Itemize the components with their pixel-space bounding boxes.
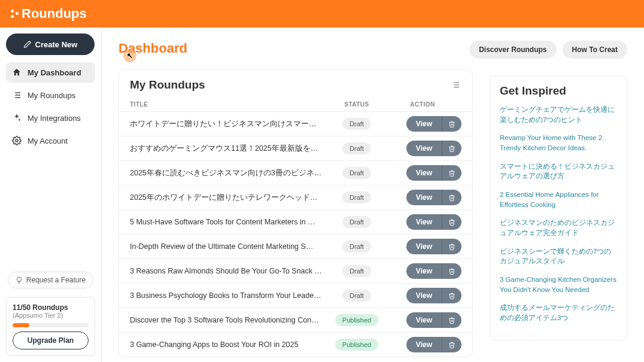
- trash-icon: [448, 169, 455, 177]
- status-badge: Draft: [342, 191, 371, 203]
- trash-icon: [448, 145, 455, 153]
- delete-button[interactable]: [442, 214, 461, 230]
- status-badge: Draft: [342, 118, 371, 130]
- row-title: おすすめのゲーミングマウス11選！2025年最新版を紹介: [130, 144, 330, 154]
- sidebar-item-label: My Roundups: [28, 91, 75, 100]
- delete-button[interactable]: [442, 312, 461, 328]
- view-button[interactable]: View: [406, 214, 442, 230]
- table-row: 5 Must-Have Software Tools for Content M…: [119, 209, 472, 234]
- row-title: Discover the Top 3 Software Tools Revolu…: [130, 316, 330, 324]
- col-title: TITLE: [130, 101, 330, 108]
- trash-icon: [448, 267, 455, 275]
- trash-icon: [448, 317, 455, 324]
- row-status: Published: [330, 314, 384, 326]
- row-title: 3 Game-Changing Apps to Boost Your ROI i…: [130, 340, 330, 349]
- row-title: 2025年のホワイトデーに贈りたいテレワークヘッドホン: [130, 193, 330, 203]
- view-button[interactable]: View: [406, 141, 442, 156]
- app-logo[interactable]: Roundups: [11, 6, 87, 22]
- header-buttons: Discover Roundups How To Creat: [490, 41, 627, 59]
- row-status: Draft: [330, 216, 384, 228]
- inspired-link[interactable]: スマートに決める！ビジネスカジュアルウェアの選び方: [500, 162, 617, 181]
- logo-dots-icon: [11, 8, 19, 19]
- row-status: Draft: [330, 290, 384, 302]
- list-icon: [12, 90, 22, 100]
- delete-button[interactable]: [442, 337, 461, 352]
- view-button[interactable]: View: [406, 263, 442, 279]
- gear-icon: [12, 136, 22, 145]
- request-feature-button[interactable]: Request a Feature: [8, 272, 93, 288]
- sidebar-item-my-account[interactable]: My Account: [6, 130, 95, 151]
- inspired-link[interactable]: ビジネスシーンで輝くための7つのカジュアルスタイル: [500, 247, 617, 266]
- status-badge: Draft: [342, 241, 371, 253]
- view-button[interactable]: View: [406, 312, 442, 328]
- pencil-icon: [23, 40, 32, 48]
- status-badge: Draft: [342, 265, 371, 277]
- plan-box: 11/50 Roundups (Appsumo Tier 2) Upgrade …: [6, 297, 95, 356]
- row-status: Published: [330, 339, 384, 351]
- trash-icon: [448, 218, 455, 226]
- row-status: Draft: [330, 118, 384, 130]
- home-icon: [12, 68, 22, 77]
- delete-button[interactable]: [442, 116, 461, 132]
- table-row: 2025年のホワイトデーに贈りたいテレワークヘッドホンDraftView: [119, 185, 472, 209]
- delete-button[interactable]: [442, 141, 461, 156]
- trash-icon: [448, 194, 455, 202]
- view-button[interactable]: View: [406, 288, 442, 303]
- table-header: TITLE STATUS ACTION: [119, 98, 472, 111]
- delete-button[interactable]: [442, 190, 461, 205]
- get-inspired-title: Get Inspired: [500, 84, 617, 98]
- trash-icon: [448, 292, 455, 300]
- row-title: 3 Reasons Raw Almonds Should Be Your Go-…: [130, 267, 330, 275]
- table-row: ホワイトデーに贈りたい！ビジネスマン向けスマートウォッチ3選DraftView: [119, 111, 472, 136]
- delete-button[interactable]: [442, 288, 461, 303]
- row-title: 5 Must-Have Software Tools for Content M…: [130, 218, 330, 226]
- inspired-link[interactable]: Revamp Your Home with These 2 Trendy Kit…: [500, 133, 617, 153]
- inspired-link[interactable]: 3 Game-Changing Kitchen Organizers You D…: [500, 275, 617, 294]
- request-feature-label: Request a Feature: [26, 276, 86, 284]
- trash-icon: [448, 120, 455, 128]
- main-content: Dashboard ↖ My Roundups TITLE STATUS ACT…: [102, 28, 644, 362]
- create-new-label: Create New: [35, 40, 78, 49]
- page-title: Dashboard ↖: [119, 41, 473, 56]
- row-title: 2025年春に読むべきビジネスマン向けの3冊のビジネス書: [130, 168, 330, 178]
- row-title: ホワイトデーに贈りたい！ビジネスマン向けスマートウォッチ3選: [130, 119, 330, 129]
- inspired-link[interactable]: ゲーミングチェアでゲームを快適に楽しむための7つのヒント: [500, 105, 617, 124]
- table-row: 3 Business Psychology Books to Transform…: [119, 283, 472, 308]
- row-status: Draft: [330, 191, 384, 203]
- inspired-link[interactable]: 成功するメールマーケティングのための必須アイテム3つ: [500, 303, 617, 323]
- sparkle-icon: [12, 113, 22, 123]
- sidebar: Create New My DashboardMy RoundupsMy Int…: [0, 28, 102, 362]
- status-badge: Published: [335, 314, 378, 326]
- view-button[interactable]: View: [406, 190, 442, 205]
- col-status: STATUS: [330, 101, 384, 108]
- sidebar-item-my-integrations[interactable]: My Integrations: [6, 108, 95, 128]
- create-new-button[interactable]: Create New: [6, 34, 95, 55]
- sidebar-item-my-roundups[interactable]: My Roundups: [6, 85, 95, 105]
- list-view-icon[interactable]: [449, 80, 461, 90]
- sidebar-item-label: My Dashboard: [28, 68, 81, 77]
- trash-icon: [448, 341, 455, 349]
- view-button[interactable]: View: [406, 337, 442, 352]
- table-row: 3 Reasons Raw Almonds Should Be Your Go-…: [119, 258, 472, 283]
- how-to-create-button[interactable]: How To Creat: [563, 41, 627, 59]
- view-button[interactable]: View: [406, 239, 442, 254]
- plan-tier: (Appsumo Tier 2): [13, 312, 89, 319]
- status-badge: Draft: [342, 290, 371, 302]
- row-title: 3 Business Psychology Books to Transform…: [130, 291, 330, 300]
- view-button[interactable]: View: [406, 165, 442, 181]
- sidebar-item-my-dashboard[interactable]: My Dashboard: [6, 62, 95, 83]
- delete-button[interactable]: [442, 239, 461, 254]
- inspired-link[interactable]: ビジネスマンのためのビジネスカジュアルウェア完全ガイド: [500, 218, 617, 238]
- view-button[interactable]: View: [406, 116, 442, 132]
- status-badge: Draft: [342, 167, 371, 179]
- sidebar-item-label: My Account: [28, 136, 68, 145]
- delete-button[interactable]: [442, 263, 461, 279]
- delete-button[interactable]: [442, 165, 461, 181]
- status-badge: Published: [335, 339, 378, 351]
- inspired-link[interactable]: 2 Essential Home Appliances for Effortle…: [500, 190, 617, 209]
- svg-point-6: [16, 139, 18, 142]
- row-status: Draft: [330, 142, 384, 154]
- discover-roundups-button[interactable]: Discover Roundups: [469, 41, 556, 59]
- app-name: Roundups: [22, 6, 87, 22]
- upgrade-plan-button[interactable]: Upgrade Plan: [13, 331, 89, 349]
